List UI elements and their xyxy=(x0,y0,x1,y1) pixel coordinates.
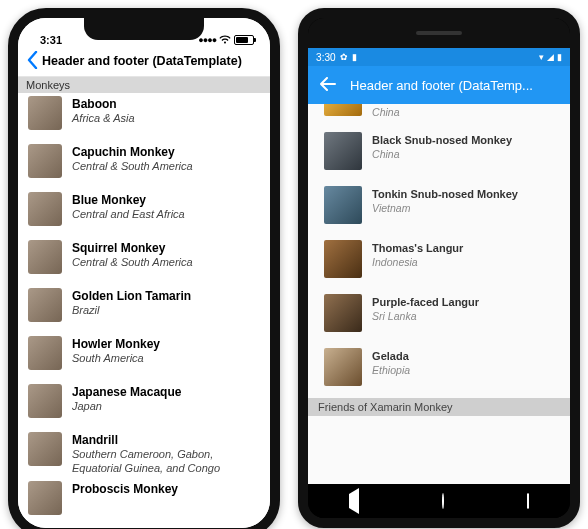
item-name: Blue Monkey xyxy=(72,193,185,207)
item-location: Central and East Africa xyxy=(72,208,185,221)
item-thumbnail xyxy=(28,336,62,370)
iphone-device: 3:31 ●●●● Header and footer (DataTemplat… xyxy=(8,8,280,529)
list-item[interactable]: Capuchin Monkey Central & South America xyxy=(18,141,270,189)
item-thumbnail xyxy=(28,96,62,130)
list-item[interactable]: Japanese Macaque Japan xyxy=(18,381,270,429)
item-thumbnail xyxy=(324,132,362,170)
item-location: Sri Lanka xyxy=(372,310,479,323)
list-item[interactable]: Baboon Africa & Asia xyxy=(18,93,270,141)
item-name: Squirrel Monkey xyxy=(72,241,193,255)
battery-icon: ▮ xyxy=(557,52,562,62)
list-item[interactable]: Blue Monkey Central and East Africa xyxy=(18,189,270,237)
item-thumbnail xyxy=(324,348,362,386)
ios-list[interactable]: Monkeys Baboon Africa & Asia Capuchin Mo… xyxy=(18,77,270,528)
item-name: Proboscis Monkey xyxy=(72,482,178,496)
list-item[interactable]: Tonkin Snub-nosed Monkey Vietnam xyxy=(308,182,570,236)
item-name: Gelada xyxy=(372,350,410,363)
list-item[interactable]: Gelada Ethiopia xyxy=(308,344,570,398)
item-location: Central & South America xyxy=(72,160,193,173)
item-name: Mandrill xyxy=(72,433,260,447)
signal-icon: ●●●● xyxy=(198,35,216,45)
ios-navigation-bar: Header and footer (DataTemplate) xyxy=(18,46,270,77)
item-thumbnail xyxy=(28,240,62,274)
list-item[interactable]: Mandrill Southern Cameroon, Gabon, Equat… xyxy=(18,429,270,478)
item-name: Purple-faced Langur xyxy=(372,296,479,309)
item-name: Golden Lion Tamarin xyxy=(72,289,191,303)
item-thumbnail xyxy=(324,240,362,278)
item-location: China xyxy=(372,106,399,119)
list-item[interactable]: Howler Monkey South America xyxy=(18,333,270,381)
android-status-bar: 3:30 ✿ ▮ ▾ ◢ ▮ xyxy=(308,48,570,66)
item-location: Africa & Asia xyxy=(72,112,135,125)
nav-home-button[interactable] xyxy=(442,494,444,508)
item-name: Tonkin Snub-nosed Monkey xyxy=(372,188,518,201)
iphone-screen: 3:31 ●●●● Header and footer (DataTemplat… xyxy=(18,18,270,528)
page-title: Header and footer (DataTemplate) xyxy=(42,54,242,68)
android-device: 3:30 ✿ ▮ ▾ ◢ ▮ Header and footer (DataTe… xyxy=(298,8,580,528)
item-thumbnail xyxy=(28,192,62,226)
list-item[interactable]: Proboscis Monkey xyxy=(18,478,270,526)
item-location: China xyxy=(372,148,512,161)
wifi-icon xyxy=(219,34,231,46)
list-item[interactable]: Squirrel Monkey Central & South America xyxy=(18,237,270,285)
list-item[interactable]: Thomas's Langur Indonesia xyxy=(308,236,570,290)
battery-icon xyxy=(234,35,254,45)
item-location: Southern Cameroon, Gabon, Equatorial Gui… xyxy=(72,448,260,474)
gear-icon: ✿ xyxy=(340,52,348,62)
item-location: Indonesia xyxy=(372,256,463,269)
item-location: Vietnam xyxy=(372,202,518,215)
item-name: Japanese Macaque xyxy=(72,385,181,399)
item-location: Japan xyxy=(72,400,181,413)
item-thumbnail xyxy=(28,144,62,178)
back-button[interactable] xyxy=(26,51,38,72)
item-name: Howler Monkey xyxy=(72,337,160,351)
android-nav-bar xyxy=(308,484,570,518)
item-location: South America xyxy=(72,352,160,365)
item-thumbnail xyxy=(324,104,362,116)
android-status-time: 3:30 xyxy=(316,52,335,63)
list-item[interactable]: China xyxy=(308,104,570,128)
item-thumbnail xyxy=(324,294,362,332)
item-name: Capuchin Monkey xyxy=(72,145,193,159)
item-name: Thomas's Langur xyxy=(372,242,463,255)
android-app-bar: Header and footer (DataTemp... xyxy=(308,66,570,104)
item-thumbnail xyxy=(28,481,62,515)
ios-status-time: 3:31 xyxy=(40,34,62,46)
item-location: Brazil xyxy=(72,304,191,317)
android-list[interactable]: China Black Snub-nosed Monkey China Tonk… xyxy=(308,104,570,484)
item-thumbnail xyxy=(324,186,362,224)
item-location: Central & South America xyxy=(72,256,193,269)
item-location: Ethiopia xyxy=(372,364,410,377)
nav-recent-button[interactable] xyxy=(527,494,529,508)
nav-back-button[interactable] xyxy=(349,494,359,508)
iphone-notch xyxy=(84,18,204,40)
android-screen: 3:30 ✿ ▮ ▾ ◢ ▮ Header and footer (DataTe… xyxy=(308,48,570,484)
android-bezel xyxy=(308,18,570,48)
back-button[interactable] xyxy=(320,77,336,94)
item-thumbnail xyxy=(28,288,62,322)
list-header: Monkeys xyxy=(18,77,270,93)
list-item[interactable]: Golden Lion Tamarin Brazil xyxy=(18,285,270,333)
list-item[interactable]: Black Snub-nosed Monkey China xyxy=(308,128,570,182)
list-item[interactable]: Purple-faced Langur Sri Lanka xyxy=(308,290,570,344)
notification-icon: ▮ xyxy=(352,52,357,62)
item-name: Black Snub-nosed Monkey xyxy=(372,134,512,147)
item-thumbnail xyxy=(28,432,62,466)
item-name: Baboon xyxy=(72,97,135,111)
item-thumbnail xyxy=(28,384,62,418)
page-title: Header and footer (DataTemp... xyxy=(350,78,533,93)
list-footer: Friends of Xamarin Monkey xyxy=(308,398,570,416)
wifi-icon: ▾ xyxy=(539,52,544,62)
signal-icon: ◢ xyxy=(547,52,554,62)
